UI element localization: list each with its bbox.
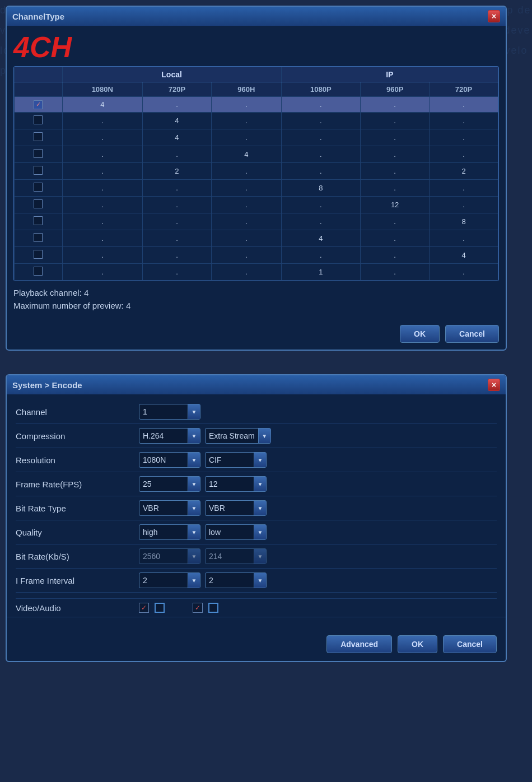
- table-cell: .: [62, 246, 142, 263]
- dropdown-0-0[interactable]: 1▼: [139, 404, 200, 420]
- dropdown-1-0[interactable]: H.264▼: [139, 428, 200, 444]
- channel-ok-button[interactable]: OK: [400, 325, 440, 343]
- encode-close-button[interactable]: ×: [488, 379, 500, 391]
- dropdown-arrow-icon[interactable]: ▼: [188, 429, 200, 443]
- col-720p-local: 720P: [143, 82, 212, 97]
- field-controls-7: 2▼2▼: [139, 569, 497, 593]
- dropdown-text: 2: [206, 576, 254, 585]
- dropdown-arrow-icon[interactable]: ▼: [188, 453, 200, 467]
- table-cell: 4: [430, 246, 498, 263]
- table-row: ..4...: [15, 146, 498, 162]
- dropdown-text: 214: [206, 552, 254, 561]
- table-cell: .: [361, 97, 430, 113]
- col-720p-ip: 720P: [430, 82, 498, 97]
- main-video-checkbox[interactable]: [139, 603, 149, 613]
- row-checkbox[interactable]: [34, 149, 43, 158]
- table-cell: .: [143, 179, 212, 196]
- row-checkbox[interactable]: [34, 233, 43, 242]
- dropdown-arrow-icon: ▼: [188, 549, 200, 564]
- advanced-button[interactable]: Advanced: [326, 635, 392, 653]
- table-row: .4....: [15, 112, 498, 129]
- table-row: .....8: [15, 213, 498, 230]
- dropdown-5-0[interactable]: high▼: [139, 524, 200, 540]
- dropdown-arrow-icon[interactable]: ▼: [254, 525, 266, 539]
- group-header-row: Local IP: [15, 67, 498, 82]
- encode-titlebar: System > Encode ×: [7, 375, 506, 394]
- table-cell: .: [430, 97, 498, 113]
- dropdown-3-0[interactable]: 25▼: [139, 476, 200, 492]
- encode-ok-button[interactable]: OK: [398, 635, 437, 653]
- table-cell: .: [211, 179, 281, 196]
- dropdown-arrow-icon[interactable]: ▼: [188, 525, 200, 539]
- channel-type-dialog: ChannelType × 4CH Local IP 1080N 720P 96…: [6, 6, 507, 351]
- playback-info: Playback channel: 4: [13, 288, 499, 297]
- dropdown-arrow-icon[interactable]: ▼: [254, 501, 266, 515]
- channel-type-close-button[interactable]: ×: [488, 10, 500, 22]
- field-controls-2: 1080N▼CIF▼: [139, 448, 497, 472]
- dropdown-7-1[interactable]: 2▼: [205, 572, 267, 588]
- row-checkbox[interactable]: [34, 267, 43, 276]
- extra-video-checkbox[interactable]: [193, 603, 203, 613]
- field-label-6: Bit Rate(Kb/S): [16, 544, 139, 569]
- table-cell: .: [62, 146, 142, 162]
- dropdown-arrow-icon[interactable]: ▼: [254, 477, 266, 491]
- channel-cancel-button[interactable]: Cancel: [445, 325, 499, 343]
- dropdown-4-0[interactable]: VBR▼: [139, 500, 200, 516]
- table-cell: .: [430, 129, 498, 146]
- table-cell: .: [62, 263, 142, 280]
- table-row: .....4: [15, 246, 498, 263]
- row-checkbox[interactable]: [34, 166, 43, 175]
- dropdown-4-1[interactable]: VBR▼: [205, 500, 267, 516]
- table-cell: .: [143, 146, 212, 162]
- table-cell: .: [361, 162, 430, 179]
- dropdown-3-1[interactable]: 12▼: [205, 476, 267, 492]
- table-cell: 4: [143, 112, 212, 129]
- table-cell: .: [361, 263, 430, 280]
- table-cell: 4: [281, 230, 361, 246]
- encode-footer: Advanced OK Cancel: [7, 629, 506, 661]
- row-checkbox[interactable]: [34, 199, 43, 208]
- dropdown-text: Extra Stream: [206, 431, 258, 440]
- row-checkbox[interactable]: [34, 183, 43, 192]
- row-checkbox[interactable]: [34, 250, 43, 259]
- field-controls-3: 25▼12▼: [139, 472, 497, 496]
- col-960h: 960H: [211, 82, 281, 97]
- table-row: 4.....: [15, 97, 498, 113]
- table-cell: 4: [211, 146, 281, 162]
- dropdown-arrow-icon[interactable]: ▼: [188, 573, 200, 588]
- dropdown-arrow-icon[interactable]: ▼: [188, 477, 200, 491]
- dropdown-2-0[interactable]: 1080N▼: [139, 452, 200, 468]
- main-audio-checkbox[interactable]: [155, 603, 165, 613]
- table-cell: .: [361, 112, 430, 129]
- table-cell: .: [281, 162, 361, 179]
- dropdown-2-1[interactable]: CIF▼: [205, 452, 267, 468]
- dropdown-text: 1: [139, 407, 188, 416]
- row-checkbox[interactable]: [34, 132, 43, 141]
- dropdown-7-0[interactable]: 2▼: [139, 572, 200, 588]
- table-cell: .: [211, 129, 281, 146]
- dropdown-1-1[interactable]: Extra Stream▼: [205, 428, 271, 444]
- table-row: .2...2: [15, 162, 498, 179]
- field-label-1: Compression: [16, 424, 139, 448]
- dropdown-arrow-icon[interactable]: ▼: [188, 404, 200, 419]
- encode-title: System > Encode: [12, 380, 82, 390]
- field-controls-5: high▼low▼: [139, 520, 497, 544]
- dropdown-arrow-icon[interactable]: ▼: [258, 429, 270, 443]
- dropdown-arrow-icon[interactable]: ▼: [254, 453, 266, 467]
- dropdown-text: 1080N: [139, 455, 188, 464]
- channel-rows: 4......4.....4......4....2...2...8......…: [15, 97, 498, 281]
- encode-cancel-button[interactable]: Cancel: [443, 635, 497, 653]
- dropdown-arrow-icon[interactable]: ▼: [188, 501, 200, 515]
- table-cell: .: [62, 179, 142, 196]
- dropdown-5-1[interactable]: low▼: [205, 524, 267, 540]
- row-checkbox[interactable]: [34, 100, 43, 109]
- field-label-3: Frame Rate(FPS): [16, 472, 139, 496]
- row-checkbox[interactable]: [34, 216, 43, 225]
- table-cell: .: [211, 263, 281, 280]
- row-checkbox[interactable]: [34, 115, 43, 124]
- extra-audio-checkbox[interactable]: [208, 603, 218, 613]
- table-cell: 8: [430, 213, 498, 230]
- table-cell: .: [143, 230, 212, 246]
- table-cell: .: [281, 246, 361, 263]
- dropdown-arrow-icon[interactable]: ▼: [254, 573, 266, 588]
